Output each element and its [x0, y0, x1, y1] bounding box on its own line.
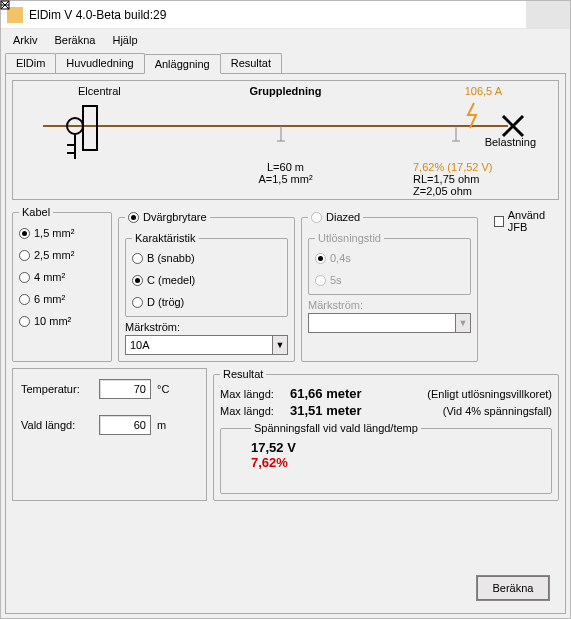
titlebar: ElDim V 4.0-Beta build:29 [1, 1, 570, 29]
dvargbrytare-group: Dvärgbrytare Karaktäristik B (snabb) C (… [118, 206, 295, 362]
tab-content: Elcentral Gruppledning 106,5 A Belastnin… [5, 73, 566, 614]
radio-icon [19, 316, 30, 327]
window-title: ElDim V 4.0-Beta build:29 [29, 8, 438, 22]
diazed-markstrom-input [308, 313, 455, 333]
radio-icon [19, 228, 30, 239]
radio-icon [128, 212, 139, 223]
berakna-button[interactable]: Beräkna [477, 576, 549, 600]
kabel-opt-10[interactable]: 10 mm² [19, 310, 105, 332]
kar-opt-c[interactable]: C (medel) [132, 269, 281, 291]
max1-value: 61,66 meter [290, 386, 362, 401]
menu-hjalp[interactable]: Hjälp [106, 32, 143, 48]
temperatur-input[interactable] [99, 379, 151, 399]
diazed-radio[interactable]: Diazed [308, 206, 363, 228]
kabel-opt-6[interactable]: 6 mm² [19, 288, 105, 310]
utlosningstid-group: Utlösningstid 0,4s 5s [308, 232, 471, 295]
radio-icon [19, 250, 30, 261]
temperatur-unit: °C [157, 383, 177, 395]
utl-opt-04: 0,4s [315, 247, 464, 269]
chevron-down-icon: ▼ [455, 313, 471, 333]
kabel-group: Kabel 1,5 mm² 2,5 mm² 4 mm² 6 mm² 10 mm² [12, 206, 112, 362]
max2-value: 31,51 meter [290, 403, 362, 418]
spanningsfall-pct: 7,62% [251, 455, 541, 470]
radio-icon [19, 272, 30, 283]
radio-icon [132, 253, 143, 264]
dvarg-markstrom-input[interactable] [125, 335, 272, 355]
jfb-checkbox[interactable]: Använd JFB [494, 210, 559, 232]
kabel-opt-1-5[interactable]: 1,5 mm² [19, 222, 105, 244]
vald-langd-unit: m [157, 419, 177, 431]
tab-resultat[interactable]: Resultat [220, 53, 282, 73]
spanningsfall-group: Spänningsfall vid vald längd/temp 17,52 … [220, 422, 552, 494]
diagram-svg [13, 81, 558, 201]
max2-label: Max längd: [220, 405, 290, 417]
vald-langd-input[interactable] [99, 415, 151, 435]
checkbox-icon [494, 216, 504, 227]
dvarg-radio[interactable]: Dvärgbrytare [125, 206, 210, 228]
jfb-label: Använd JFB [508, 209, 559, 233]
karaktaristik-group: Karaktäristik B (snabb) C (medel) D (trö… [125, 232, 288, 317]
kar-opt-d[interactable]: D (trög) [132, 291, 281, 313]
footer: Beräkna [12, 569, 559, 607]
close-button[interactable] [526, 1, 570, 29]
temperatur-label: Temperatur: [21, 383, 93, 395]
karaktaristik-legend: Karaktäristik [132, 232, 199, 244]
tabstrip: ElDim Huvudledning Anläggning Resultat [1, 51, 570, 73]
utl-opt-5: 5s [315, 269, 464, 291]
dvarg-markstrom-combo[interactable]: ▼ [125, 335, 288, 355]
svg-rect-9 [83, 106, 97, 150]
kar-opt-b[interactable]: B (snabb) [132, 247, 281, 269]
menu-berakna[interactable]: Beräkna [48, 32, 101, 48]
jfb-column: Använd JFB [484, 206, 559, 362]
kabel-legend: Kabel [19, 206, 53, 218]
chevron-down-icon[interactable]: ▼ [272, 335, 288, 355]
radio-icon [132, 275, 143, 286]
max2-note: (Vid 4% spänningsfall) [443, 405, 552, 417]
max1-note: (Enligt utlösningsvillkoret) [427, 388, 552, 400]
radio-icon [315, 275, 326, 286]
max1-label: Max längd: [220, 388, 290, 400]
vald-langd-label: Vald längd: [21, 419, 93, 431]
diazed-markstrom-label: Märkström: [308, 299, 471, 311]
dvarg-markstrom-label: Märkström: [125, 321, 288, 333]
radio-icon [19, 294, 30, 305]
circuit-diagram: Elcentral Gruppledning 106,5 A Belastnin… [12, 80, 559, 200]
minimize-button[interactable] [438, 1, 482, 29]
resultat-group: Resultat Max längd: 61,66 meter (Enligt … [213, 368, 559, 501]
tab-anlaggning[interactable]: Anläggning [144, 54, 221, 74]
close-icon [0, 0, 10, 10]
spanningsfall-legend: Spänningsfall vid vald längd/temp [251, 422, 421, 434]
tab-eldim[interactable]: ElDim [5, 53, 56, 73]
kabel-opt-2-5[interactable]: 2,5 mm² [19, 244, 105, 266]
menubar: Arkiv Beräkna Hjälp [1, 29, 570, 51]
spanningsfall-volt: 17,52 V [251, 440, 541, 455]
menu-arkiv[interactable]: Arkiv [7, 32, 43, 48]
app-window: ElDim V 4.0-Beta build:29 Arkiv Beräkna … [0, 0, 571, 619]
diazed-group: Diazed Utlösningstid 0,4s 5s Märkström: … [301, 206, 478, 362]
maximize-button[interactable] [482, 1, 526, 29]
radio-icon [132, 297, 143, 308]
radio-icon [311, 212, 322, 223]
settings-panel: Temperatur: °C Vald längd: m [12, 368, 207, 501]
resultat-legend: Resultat [220, 368, 266, 380]
kabel-opt-4[interactable]: 4 mm² [19, 266, 105, 288]
tab-huvudledning[interactable]: Huvudledning [55, 53, 144, 73]
radio-icon [315, 253, 326, 264]
utlosningstid-legend: Utlösningstid [315, 232, 384, 244]
diazed-markstrom-combo: ▼ [308, 313, 471, 333]
